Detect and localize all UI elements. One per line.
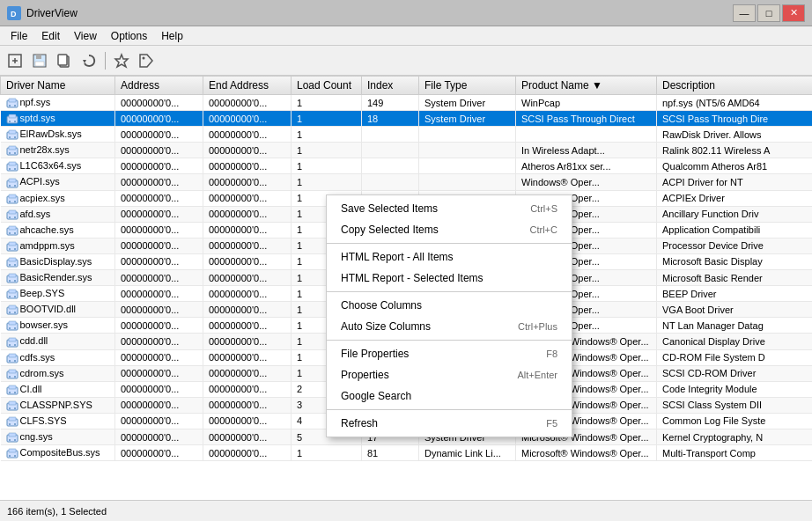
table-cell [362,143,419,158]
driver-icon [6,129,18,140]
col-header-index[interactable]: Index [362,77,419,95]
svg-rect-30 [9,162,16,165]
ctx-item-7[interactable]: PropertiesAlt+Enter [327,364,572,385]
table-cell: netr28x.sys [1,143,115,158]
col-header-desc[interactable]: Description [657,77,813,95]
svg-point-20 [14,121,16,122]
ctx-item-8[interactable]: Google Search [327,385,572,407]
table-row[interactable]: netr28x.sys00000000'0...00000000'0...1In… [1,143,813,158]
svg-point-28 [14,152,16,154]
ctx-item-label: HTML Report - All Items [341,251,454,263]
main-content: Driver Name Address End Address Load Cou… [0,76,812,500]
table-cell: 00000000'0... [115,318,203,334]
table-cell: Canonical Display Drive [657,334,813,349]
table-cell: npf.sys [1,95,115,111]
svg-rect-34 [9,179,16,182]
table-cell: Processor Device Drive [657,238,813,253]
ctx-item-3[interactable]: HTML Report - Selected Items [327,268,572,289]
svg-point-68 [14,312,16,313]
table-cell: cng.sys [1,429,115,444]
col-header-filetype[interactable]: File Type [419,77,516,95]
table-cell: 00000000'0... [115,286,203,302]
ctx-item-0[interactable]: Save Selected ItemsCtrl+S [327,198,572,219]
col-header-end[interactable]: End Address [203,77,292,95]
ctx-item-6[interactable]: File PropertiesF8 [327,343,572,364]
driver-icon [6,353,18,363]
table-cell: 00000000'0... [115,270,203,286]
svg-point-27 [9,152,11,154]
context-menu: Save Selected ItemsCtrl+SCopy Selected I… [326,194,572,437]
svg-rect-78 [9,354,16,357]
driver-icon [6,273,18,283]
toolbar-save[interactable] [28,49,51,72]
ctx-item-5[interactable]: Auto Size ColumnsCtrl+Plus [327,316,572,337]
table-cell: 00000000'0... [203,302,292,318]
table-cell: 00000000'0... [203,158,292,174]
toolbar-tag[interactable] [135,49,158,72]
svg-point-23 [9,136,11,138]
table-header-row: Driver Name Address End Address Load Cou… [1,77,813,95]
toolbar-copy[interactable] [53,49,76,72]
ctx-item-shortcut: F8 [546,349,557,359]
table-cell: System Driver [419,111,516,127]
menu-options[interactable]: Options [104,28,154,44]
table-cell: BOOTVID.dll [1,302,115,318]
table-cell: BEEP Driver [657,286,813,302]
table-cell: 00000000'0... [115,95,203,111]
table-cell: 149 [362,95,419,111]
table-cell: 00000000'0... [115,334,203,349]
table-cell: cdd.dll [1,334,115,349]
driver-icon [6,305,18,315]
svg-point-67 [9,312,11,313]
title-bar: D DriverView — □ ✕ [0,0,812,26]
col-header-driver[interactable]: Driver Name [1,77,115,95]
driver-icon [6,385,18,395]
table-cell: ACPI.sys [1,174,115,190]
menu-view[interactable]: View [67,28,104,44]
table-row[interactable]: L1C63x64.sys00000000'0...00000000'0...1A… [1,158,813,174]
svg-point-79 [9,360,11,362]
ctx-item-label: Properties [341,369,389,381]
col-header-load[interactable]: Load Count [292,77,362,95]
table-cell: 00000000'0... [203,270,292,286]
table-cell: 00000000'0... [203,190,292,206]
table-cell: CLASSPNP.SYS [1,397,115,413]
table-cell: System Driver [419,95,516,111]
maximize-button[interactable]: □ [757,4,780,22]
table-row[interactable]: CompositeBus.sys00000000'0...00000000'0.… [1,445,813,461]
svg-rect-94 [9,417,16,421]
table-cell: 00000000'0... [115,127,203,143]
table-cell: ACPI Driver for NT [657,174,813,190]
table-row[interactable]: ACPI.sys00000000'0...00000000'0...1Windo… [1,174,813,190]
toolbar-refresh[interactable] [78,49,100,72]
close-button[interactable]: ✕ [782,4,805,22]
toolbar-new[interactable] [4,49,26,72]
ctx-item-2[interactable]: HTML Report - All Items [327,246,572,268]
table-cell: 1 [292,111,362,127]
ctx-item-4[interactable]: Choose Columns [327,295,572,316]
table-cell: BasicDisplay.sys [1,253,115,269]
table-cell: 1 [292,158,362,174]
col-header-product[interactable]: Product Name ▼ [516,77,657,95]
ctx-separator [327,409,572,410]
table-cell: 00000000'0... [115,238,203,253]
table-cell [419,143,516,158]
table-row[interactable]: ElRawDsk.sys00000000'0...00000000'0...1R… [1,127,813,143]
menu-file[interactable]: File [4,28,34,44]
table-cell: 00000000'0... [115,174,203,190]
table-cell [419,127,516,143]
minimize-button[interactable]: — [733,4,756,22]
table-cell: 00000000'0... [115,349,203,365]
table-row[interactable]: npf.sys00000000'0...00000000'0...1149Sys… [1,95,813,111]
driver-icon [6,257,18,268]
ctx-item-1[interactable]: Copy Selected ItemsCtrl+C [327,219,572,240]
ctx-item-9[interactable]: RefreshF5 [327,413,572,434]
svg-point-99 [9,439,11,441]
table-row[interactable]: sptd.sys00000000'0...00000000'0...118Sys… [1,111,813,127]
menu-help[interactable]: Help [154,28,190,44]
col-header-address[interactable]: Address [115,77,203,95]
table-cell: ahcache.sys [1,222,115,238]
table-cell: 00000000'0... [203,174,292,190]
menu-edit[interactable]: Edit [34,28,67,44]
toolbar-star[interactable] [110,49,133,72]
